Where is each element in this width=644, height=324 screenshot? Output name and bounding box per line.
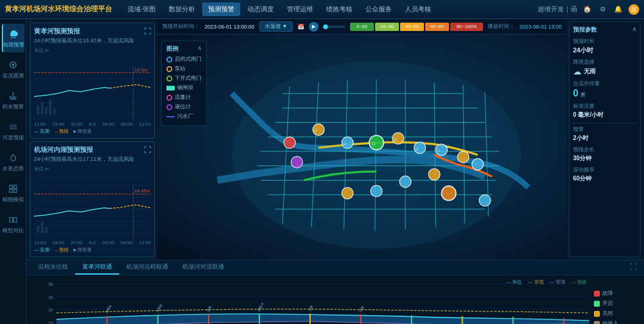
sidebar-item-water[interactable]: 水资态势: [2, 148, 24, 176]
sidebar-label-river: 河道预报: [2, 134, 24, 142]
tab-huangxiao-connect[interactable]: 黄孝河联通: [75, 260, 119, 275]
bottom-chart-area: — 水位 — 管底 — 管顶 — 地面: [26, 275, 644, 324]
svg-point-54: [457, 151, 469, 163]
left-sidebar: 知雨预警 实况观测 积水预警 河道预报 水资态势: [0, 19, 26, 324]
panel1-title-bar: 黄孝河预测预报 ⛶: [34, 27, 151, 36]
flow-meter-icon: [166, 95, 172, 101]
svg-text:18.5m: 18.5m: [135, 67, 148, 73]
panel2-subtitle: 24小时预报最高水位17.11米，无溢流风险: [34, 155, 151, 163]
sidebar-item-simulate[interactable]: 精细模拟: [2, 179, 24, 207]
location-dropdown[interactable]: 水落坡 ▼: [259, 21, 293, 32]
legend-sewage-plant: 污水厂: [166, 113, 202, 120]
home-icon[interactable]: 🏠: [582, 4, 593, 15]
pending-dot: [594, 321, 600, 325]
legend-pipe-top: — 管顶: [550, 279, 565, 285]
panel-huangxiao: 黄孝河预测预报 ⛶ 24小时预报最高水位15.92米，无溢流风险 水位 m: [30, 23, 155, 139]
svg-point-1: [12, 64, 14, 66]
panel-airport: 机场河内湖预测预报 ⛶ 24小时预报最高水位17.11米，无溢流风险 水位 m: [30, 141, 155, 257]
forecast-start-label: 预报开始时间：: [162, 23, 200, 30]
svg-text:20: 20: [48, 307, 53, 313]
svg-rect-26: [41, 222, 44, 233]
river-icon: [7, 121, 19, 133]
nav-item-liuyu[interactable]: 流域·张图: [122, 2, 162, 16]
legend-pipe-bottom: — 管底: [528, 279, 543, 285]
top-navigation: 黄孝河机场河水环境综合治理平台 流域·张图 数据分析 预测预警 动态调度 管理运…: [0, 0, 644, 19]
flow-value: 0: [573, 88, 578, 98]
nav-item-public[interactable]: 公众服务: [360, 2, 398, 16]
svg-point-56: [429, 169, 440, 180]
prob-60-80: 60~80: [425, 23, 449, 31]
sidebar-item-flood[interactable]: 积水预警: [2, 86, 24, 114]
map-legend: 图例 ∧ 启闭式闸门 泵站 下开式闸门: [161, 40, 207, 126]
sidebar-item-river[interactable]: 河道预报: [2, 117, 24, 145]
level-meter-icon: [166, 104, 172, 110]
forecast-expand-btn[interactable]: ∧: [632, 26, 636, 34]
center-area: 黄孝河预测预报 ⛶ 24小时预报最高水位15.92米，无溢流风险 水位 m: [26, 19, 644, 324]
svg-rect-13: [41, 102, 44, 114]
forecast-control-bar: 预报开始时间： 2023-06-01 13:00:00 水落坡 ▼ 📅 ▶ 0~…: [157, 19, 566, 35]
svg-point-61: [479, 195, 490, 206]
bell-icon[interactable]: 🔔: [613, 4, 624, 15]
svg-text:18.45m: 18.45m: [135, 188, 151, 194]
sidebar-item-observe[interactable]: 实况观测: [2, 55, 24, 83]
tab-water-level[interactable]: 沿程水位线: [31, 260, 75, 275]
forecast-params-panel: 预报参数 ∧ 预报时长 24小时 降雨选择 ☁ 无雨: [569, 21, 640, 257]
legend-expand[interactable]: ∧: [197, 45, 202, 53]
right-panel: 预报参数 ∧ 预报时长 24小时 降雨选择 ☁ 无雨: [566, 19, 644, 260]
sidebar-label-observe: 实况观测: [2, 72, 24, 80]
svg-point-63: [284, 137, 295, 148]
sewage-plant-icon: [166, 116, 175, 117]
status-legend-closed: 关闭: [594, 310, 637, 317]
legend-level-meter: 液位计: [166, 103, 202, 111]
nav-item-performance[interactable]: 绩效考核: [320, 2, 358, 16]
nav-item-forecast[interactable]: 预测预警: [202, 2, 240, 16]
bottom-right-legend: 故障 开启 关闭 待接入: [592, 278, 639, 324]
legend-flow-meter: 流量计: [166, 94, 202, 101]
simulate-icon: [7, 183, 19, 195]
chart-legend-bar: — 水位 — 管底 — 管顶 — 地面: [506, 279, 587, 285]
legend-title: 图例 ∧: [166, 45, 202, 53]
bottom-tabs-bar: 沿程水位线 黄孝河联通 机场河沿程联通 机场河对流联通 ⛶: [26, 260, 644, 275]
nav-right-label: 超维开发｜函: [538, 5, 577, 14]
probability-bar: 0~20 20~40 40~60 60~80 80~100%: [350, 23, 483, 31]
svg-point-60: [441, 186, 456, 200]
bottom-expand-btn[interactable]: ⛶: [627, 260, 639, 275]
svg-point-59: [342, 188, 353, 199]
svg-text:⌂: ⌂: [416, 145, 419, 151]
prob-40-60: 40~60: [400, 23, 424, 31]
tab-airport-connect[interactable]: 机场河沿程联通: [119, 260, 175, 275]
panel2-expand-btn[interactable]: ⛶: [144, 146, 151, 154]
legend-slide-gate: 下开式闸门: [166, 74, 202, 82]
time-slider[interactable]: [323, 26, 345, 28]
prob-20-40: 20~40: [375, 23, 399, 31]
app-logo: 黄孝河机场河水环境综合治理平台: [5, 4, 112, 14]
rain-icon: [8, 28, 20, 40]
calendar-icon[interactable]: 📅: [298, 24, 304, 30]
nav-item-personnel[interactable]: 人员考核: [399, 2, 437, 16]
svg-rect-12: [37, 105, 39, 114]
svg-rect-3: [14, 185, 17, 188]
sidebar-item-compare[interactable]: 模型对比: [2, 210, 24, 238]
play-button[interactable]: ▶: [309, 22, 318, 32]
closed-dot: [594, 311, 600, 317]
slide-gate-icon: [166, 76, 172, 82]
sidebar-item-rain-warning[interactable]: 知雨预警: [2, 24, 24, 52]
nav-item-data[interactable]: 数据分析: [163, 2, 201, 16]
main-layout: 知雨预警 实况观测 积水预警 河道预报 水资态势: [0, 19, 644, 324]
user-avatar[interactable]: 超: [628, 4, 639, 15]
playback-time: 2023-06-01 13:00: [519, 24, 562, 30]
tab-airport-convection[interactable]: 机场河对流联通: [175, 260, 231, 275]
cloud-icon: ☁: [573, 67, 581, 76]
panel1-expand-btn[interactable]: ⛶: [144, 27, 151, 36]
settings-icon[interactable]: ⚙: [597, 4, 608, 15]
panel2-y-label: 水位 m: [34, 166, 151, 172]
flow-unit: 米: [580, 92, 586, 98]
svg-text:⌂: ⌂: [314, 127, 317, 133]
panel1-legend: — 实测 -- 预报 ■ 降雨量: [34, 128, 151, 135]
legend-pump: 泵站: [166, 65, 202, 73]
nav-item-dispatch[interactable]: 动态调度: [242, 2, 280, 16]
svg-rect-15: [49, 99, 51, 114]
playback-time-label: 播放时间：: [488, 23, 515, 30]
nav-item-manage[interactable]: 管理运维: [281, 2, 319, 16]
gate-icon: [166, 57, 172, 63]
